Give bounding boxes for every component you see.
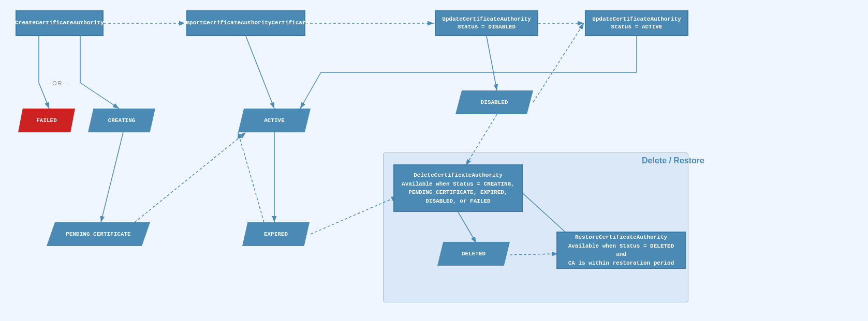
delete-restore-label: Delete / Restore	[642, 156, 704, 165]
svg-line-13	[238, 132, 264, 222]
pending-certificate-state: PENDING_CERTIFICATE	[47, 222, 150, 246]
expired-state: EXPIRED	[242, 222, 310, 246]
deleted-state: DELETED	[437, 242, 510, 266]
create-ca-node: CreateCertificateAuthority	[16, 10, 104, 36]
svg-line-14	[487, 36, 497, 90]
creating-state: CREATING	[88, 109, 155, 132]
disabled-state: DISABLED	[455, 90, 533, 114]
active-state: ACTIVE	[238, 109, 311, 132]
update-disabled-node: UpdateCertificateAuthorityStatus = DISAB…	[435, 10, 538, 36]
delete-ca-node: DeleteCertificateAuthorityAvailable when…	[393, 164, 523, 212]
svg-line-6	[39, 83, 49, 109]
svg-line-8	[80, 83, 119, 109]
svg-line-18	[300, 72, 321, 109]
restore-ca-node: RestoreCertificateAuthorityAvailable whe…	[556, 232, 686, 269]
or-label: —OR—	[46, 80, 70, 86]
svg-line-11	[246, 36, 274, 109]
diagram-container: Delete / Restore	[0, 0, 868, 321]
svg-line-10	[135, 132, 246, 222]
svg-line-15	[533, 23, 584, 102]
update-active-node: UpdateCertificateAuthorityStatus = ACTIV…	[585, 10, 688, 36]
import-ca-node: ImportCertificateAuthorityCertificate	[186, 10, 305, 36]
failed-state: FAILED	[18, 109, 75, 132]
svg-line-9	[101, 132, 123, 222]
